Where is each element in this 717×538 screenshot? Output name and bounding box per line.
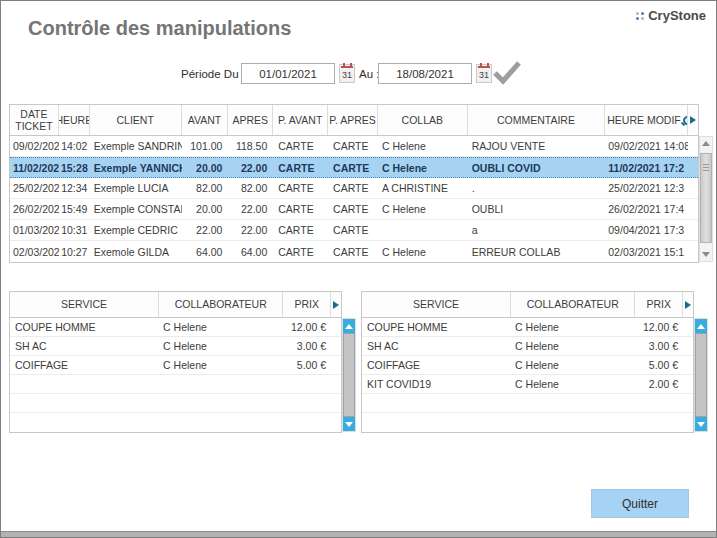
search-icon[interactable] — [683, 116, 685, 125]
col-header-apres[interactable]: APRES — [228, 105, 273, 135]
cell-client: Exemple CONSTANC — [90, 203, 182, 215]
triangle-down-icon — [345, 422, 353, 427]
triangle-up-icon — [697, 324, 705, 329]
period-to-label: Au : — [359, 68, 379, 80]
col-header-service[interactable]: SERVICE — [362, 292, 511, 317]
calendar-from-icon[interactable]: 31 — [339, 64, 355, 83]
scrollbar-thumb[interactable] — [700, 153, 712, 243]
list-item[interactable]: SH AC C Helene 3.00 € — [362, 337, 693, 356]
scroll-down-button[interactable] — [700, 248, 712, 261]
scroll-up-button[interactable] — [700, 137, 712, 150]
cell-date: 09/02/2021 — [10, 140, 59, 152]
cell-collab: A CHRISTINE — [378, 182, 468, 194]
list-item[interactable]: COIFFAGE C Helene 5.00 € — [362, 356, 693, 375]
manipulations-table-header: DATE TICKET HEURE CLIENT AVANT APRES P. … — [9, 104, 699, 136]
cell-collab: C Helene — [378, 140, 468, 152]
cell-heure: 10:31 — [59, 224, 90, 236]
period-from-input[interactable] — [241, 63, 335, 84]
validate-period-button[interactable] — [491, 59, 523, 89]
empty-row — [362, 413, 693, 432]
period-to-input[interactable] — [378, 63, 472, 84]
cell-date: 11/02/2021 — [10, 162, 59, 174]
list-item[interactable]: SH AC C Helene 3.00 € — [10, 337, 341, 356]
scroll-up-button[interactable] — [343, 319, 355, 333]
services-left-body: COUPE HOMME C Helene 12.00 € SH AC C Hel… — [9, 318, 342, 433]
list-item[interactable]: COIFFAGE C Helene 5.00 € — [10, 356, 341, 375]
triangle-up-icon — [345, 324, 353, 329]
cell-prix: 3.00 € — [635, 340, 683, 352]
col-header-prix[interactable]: PRIX — [283, 292, 331, 317]
triangle-down-icon — [702, 252, 710, 257]
cell-collaborateur: C Helene — [159, 340, 283, 352]
table-row-selected[interactable]: 11/02/2021 15:28 Exemple YANNICK 20.00 2… — [10, 157, 698, 178]
col-header-avant[interactable]: AVANT — [182, 105, 229, 135]
cell-apres: 64.00 — [228, 246, 273, 258]
col-header-service[interactable]: SERVICE — [10, 292, 159, 317]
col-header-date-ticket[interactable]: DATE TICKET — [10, 105, 59, 135]
period-from-label: Période Du : — [181, 68, 245, 80]
quit-button[interactable]: Quitter — [591, 489, 689, 518]
col-header-collaborateur[interactable]: COLLABORATEUR — [511, 292, 635, 317]
cell-prix: 12.00 € — [283, 321, 331, 333]
cell-collaborateur: C Helene — [511, 321, 635, 333]
col-header-p-avant[interactable]: P. AVANT — [273, 105, 328, 135]
col-header-heure[interactable]: HEURE — [59, 105, 90, 135]
table-row[interactable]: 25/02/2021 12:34 Exemple LUCIA 82.00 82.… — [10, 178, 698, 199]
cell-p-avant: CARTE — [273, 162, 328, 174]
calendar-to-icon[interactable]: 31 — [476, 64, 492, 83]
empty-row — [10, 394, 341, 413]
cell-collaborateur: C Helene — [511, 378, 635, 390]
scroll-down-button[interactable] — [343, 417, 355, 431]
cell-p-avant: CARTE — [273, 182, 328, 194]
main-table-scrollbar[interactable] — [699, 136, 713, 262]
scroll-up-button[interactable] — [695, 319, 707, 333]
cell-p-apres: CARTE — [328, 203, 378, 215]
services-right-header: SERVICE COLLABORATEUR PRIX — [361, 291, 694, 318]
list-item[interactable]: KIT COVID19 C Helene 2.00 € — [362, 375, 693, 394]
empty-row — [10, 413, 341, 432]
col-header-commentaire[interactable]: COMMENTAIRE — [468, 105, 606, 135]
col-header-prix[interactable]: PRIX — [635, 292, 683, 317]
cell-prix: 5.00 € — [283, 359, 331, 371]
scroll-down-button[interactable] — [695, 417, 707, 431]
cell-service: KIT COVID19 — [362, 378, 511, 390]
brand-logo: CryStone — [636, 8, 706, 23]
cell-client: Exemple YANNICK — [90, 162, 182, 174]
page-title: Contrôle des manipulations — [28, 17, 291, 40]
services-right-scrollbar[interactable] — [694, 318, 708, 432]
row-nav-icon — [333, 301, 339, 309]
col-header-nav[interactable] — [331, 292, 341, 317]
scrollbar-thumb[interactable] — [343, 333, 355, 417]
cell-prix: 5.00 € — [635, 359, 683, 371]
col-header-collaborateur[interactable]: COLLABORATEUR — [159, 292, 283, 317]
table-row[interactable]: 01/03/2021 10:31 Exemple CEDRIC 22.00 22… — [10, 220, 698, 241]
services-left-scrollbar[interactable] — [342, 318, 356, 432]
col-header-nav[interactable] — [688, 105, 698, 135]
cell-avant: 64.00 — [182, 246, 229, 258]
col-header-client[interactable]: CLIENT — [90, 105, 182, 135]
col-header-collab[interactable]: COLLAB — [378, 105, 468, 135]
cell-apres: 118.50 — [228, 140, 273, 152]
col-header-heure-modif[interactable]: HEURE MODIF — [605, 105, 688, 135]
services-left-header: SERVICE COLLABORATEUR PRIX — [9, 291, 342, 318]
col-header-p-apres[interactable]: P. APRES — [328, 105, 378, 135]
cell-collab: C Helene — [378, 246, 468, 258]
cell-collaborateur: C Helene — [511, 340, 635, 352]
col-header-nav[interactable] — [683, 292, 693, 317]
list-item[interactable]: COUPE HOMME C Helene 12.00 € — [10, 318, 341, 337]
table-row[interactable]: 02/03/2021 10:27 Exemole GILDA 64.00 64.… — [10, 241, 698, 262]
cell-p-avant: CARTE — [273, 224, 328, 236]
scrollbar-thumb[interactable] — [695, 333, 707, 417]
cell-p-avant: CARTE — [273, 203, 328, 215]
table-row[interactable]: 26/02/2021 15:49 Exemple CONSTANC 20.00 … — [10, 199, 698, 220]
cell-avant: 82.00 — [182, 182, 229, 194]
cell-p-apres: CARTE — [328, 224, 378, 236]
triangle-up-icon — [702, 141, 710, 146]
row-nav-icon — [690, 116, 696, 124]
table-row[interactable]: 09/02/2021 14:02 Exemple SANDRINE 101.00… — [10, 136, 698, 157]
list-item[interactable]: COUPE HOMME C Helene 12.00 € — [362, 318, 693, 337]
cell-heure: 12:34 — [59, 182, 90, 194]
cell-date: 01/03/2021 — [10, 224, 59, 236]
cell-service: COIFFAGE — [362, 359, 511, 371]
cell-service: COUPE HOMME — [362, 321, 511, 333]
